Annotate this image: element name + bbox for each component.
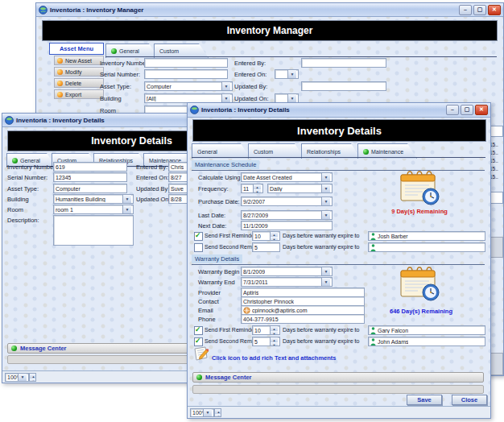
serial-number-label: Serial Number:	[7, 174, 48, 181]
status-bar: 100%	[188, 406, 490, 418]
title-bar[interactable]: Inventoria : Inventory Details – ▢ ✕	[188, 103, 490, 118]
frequency-unit-select[interactable]: Daily	[267, 184, 333, 193]
next-date-field[interactable]: 11/1/2009	[241, 221, 333, 230]
days-before-warranty-label: Days before warranty expire to	[283, 327, 359, 333]
minimize-button[interactable]: –	[459, 5, 472, 15]
second-reminder-recipient-field[interactable]	[368, 242, 485, 252]
send-second-reminder-checkbox[interactable]	[194, 243, 203, 252]
inventory-number-label: Inventory Number:	[7, 163, 57, 171]
first-reminder-days-stepper[interactable]: 10	[252, 231, 280, 241]
calculate-using-label: Calculate Using:	[198, 174, 242, 181]
calculate-using-select[interactable]: Date Asset Created	[241, 172, 333, 182]
chevron-down-icon[interactable]	[18, 374, 27, 381]
chevron-down-icon[interactable]	[321, 173, 330, 181]
inventory-number-field[interactable]	[144, 58, 228, 68]
updated-by-label: Updated By:	[136, 185, 169, 192]
warranty-second-recipient-field[interactable]: John Adams	[368, 337, 485, 346]
warranty-begin-select[interactable]: 8/1/2009	[241, 267, 333, 276]
serial-number-field[interactable]	[144, 69, 228, 79]
orange-bullet-icon	[57, 69, 63, 75]
last-date-label: Last Date:	[198, 212, 225, 219]
updated-by-field[interactable]	[301, 81, 386, 91]
close-button[interactable]: Close	[452, 395, 487, 405]
contact-label: Contact	[198, 298, 219, 305]
page-banner: Inventory Details	[192, 119, 486, 142]
chevron-down-icon[interactable]	[221, 82, 230, 90]
up-down-arrows-icon[interactable]	[270, 326, 278, 334]
purchase-date-select[interactable]: 9/2/2007	[241, 197, 333, 206]
warranty-first-recipient-field[interactable]: Gary Falcon	[368, 325, 485, 335]
message-center-bar[interactable]: Message Center	[192, 372, 484, 383]
chevron-down-icon[interactable]	[203, 409, 212, 416]
sidebar-item-label: New Asset	[65, 58, 92, 64]
sidebar-item-modify[interactable]: Modify	[54, 67, 104, 77]
window-title: Inventoria : Inventory Details	[201, 106, 290, 114]
chevron-down-icon[interactable]	[321, 197, 330, 205]
inventory-number-field[interactable]: 619	[53, 162, 127, 172]
asset-type-select[interactable]: Computer	[144, 81, 233, 91]
chevron-down-icon[interactable]	[122, 205, 131, 213]
chevron-down-icon[interactable]	[221, 94, 230, 102]
close-button[interactable]: ✕	[488, 5, 501, 15]
up-down-arrows-icon[interactable]	[30, 374, 36, 381]
up-down-arrows-icon[interactable]	[270, 337, 278, 345]
maximize-button[interactable]: ▢	[473, 5, 486, 15]
chevron-down-icon[interactable]	[321, 278, 330, 286]
frequency-label: Frequency:	[198, 185, 229, 192]
sidebar-item-new-asset[interactable]: New Asset	[54, 56, 104, 65]
email-label: Email	[198, 307, 213, 314]
chevron-down-icon[interactable]	[321, 184, 330, 192]
up-down-arrows-icon[interactable]	[253, 184, 261, 192]
maximize-button[interactable]: ▢	[461, 105, 473, 115]
chevron-down-icon[interactable]	[287, 70, 296, 78]
title-bar[interactable]: Inventoria : Inventory Manager – ▢ ✕	[36, 3, 503, 17]
entered-on-select[interactable]	[275, 69, 299, 79]
first-reminder-recipient-field[interactable]: Josh Barber	[368, 231, 485, 241]
entered-on-label: Entered On:	[136, 174, 168, 181]
phone-field[interactable]: 404-377-9915	[241, 314, 365, 324]
chevron-down-icon[interactable]	[321, 267, 330, 275]
chevron-down-icon[interactable]	[321, 211, 330, 219]
inventory-number-label: Inventory Number:	[100, 60, 150, 67]
warranty-second-days-stepper[interactable]: 5	[252, 337, 280, 346]
last-date-select[interactable]: 8/27/2009	[241, 210, 333, 220]
frequency-stepper[interactable]: 11	[241, 184, 263, 193]
chevron-down-icon[interactable]	[122, 195, 131, 203]
zoom-select[interactable]: 100%	[5, 373, 29, 382]
close-button[interactable]: ✕	[475, 105, 488, 115]
person-icon	[370, 233, 376, 240]
second-reminder-days-field[interactable]: 5	[252, 242, 280, 252]
serial-number-field[interactable]: 12345	[53, 172, 127, 182]
zoom-stepper[interactable]	[214, 408, 221, 417]
building-select[interactable]: Humanities Building	[53, 194, 134, 204]
notepad-pencil-icon[interactable]	[192, 345, 210, 363]
warranty-first-reminder-checkbox[interactable]	[194, 326, 203, 335]
app-globe-icon	[5, 116, 14, 125]
orange-bullet-icon	[57, 58, 63, 64]
message-center-label: Message Center	[205, 374, 252, 381]
zoom-stepper[interactable]	[29, 373, 36, 382]
tab-label: General	[119, 48, 139, 54]
chevron-down-icon[interactable]	[287, 94, 296, 102]
sidebar-item-delete[interactable]: Delete	[54, 78, 104, 88]
save-button[interactable]: Save	[407, 395, 442, 405]
tab-label: Custom	[159, 48, 179, 54]
building-label: Building	[100, 95, 122, 102]
entered-by-field[interactable]	[301, 58, 386, 68]
tab-label: Maintenance	[371, 149, 403, 155]
calendar-clock-icon	[399, 265, 440, 305]
description-textarea[interactable]	[53, 215, 134, 246]
sidebar-item-export[interactable]: Export	[54, 89, 104, 99]
room-select[interactable]: room 1	[53, 205, 134, 214]
up-down-arrows-icon[interactable]	[270, 232, 278, 240]
asset-type-field[interactable]: Computer	[53, 184, 127, 193]
warranty-first-days-stepper[interactable]: 10	[252, 325, 280, 335]
up-down-arrows-icon[interactable]	[215, 409, 221, 416]
zoom-select[interactable]: 100%	[190, 408, 214, 417]
updated-on-label: Updated On:	[136, 196, 171, 203]
orange-bullet-icon	[57, 92, 63, 97]
minimize-button[interactable]: –	[446, 105, 459, 115]
inventory-details-window-front: Inventoria : Inventory Details – ▢ ✕ Inv…	[187, 102, 491, 419]
warranty-end-select[interactable]: 7/31/2011	[241, 277, 333, 287]
send-first-reminder-checkbox[interactable]	[194, 232, 203, 241]
